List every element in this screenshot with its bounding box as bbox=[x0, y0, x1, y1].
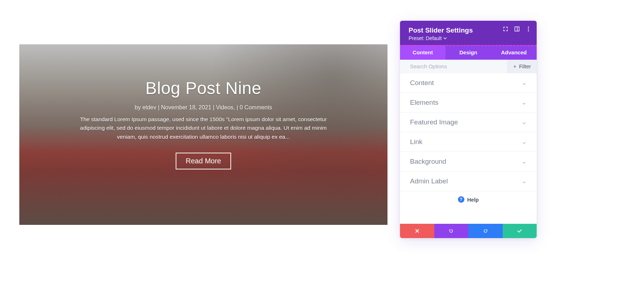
preset-selector[interactable]: Preset: Default bbox=[409, 35, 447, 41]
search-input[interactable] bbox=[400, 60, 507, 73]
more-menu-icon[interactable] bbox=[525, 26, 532, 32]
close-icon bbox=[414, 228, 420, 234]
section-elements[interactable]: Elements bbox=[400, 93, 537, 113]
undo-icon bbox=[448, 228, 454, 234]
chevron-down-icon bbox=[522, 139, 527, 144]
panel-tabs: Content Design Advanced bbox=[400, 45, 537, 60]
section-label: Link bbox=[410, 138, 423, 146]
section-admin-label[interactable]: Admin Label bbox=[400, 172, 537, 191]
preset-label: Preset: Default bbox=[409, 35, 442, 41]
chevron-down-icon bbox=[522, 159, 527, 164]
panel-footer bbox=[400, 224, 537, 238]
svg-point-2 bbox=[528, 30, 529, 31]
redo-icon bbox=[483, 228, 488, 234]
section-label: Featured Image bbox=[410, 118, 458, 126]
chevron-down-icon bbox=[443, 36, 447, 40]
panel-header: Post Slider Settings Preset: Default bbox=[400, 21, 537, 45]
help-row[interactable]: ? Help bbox=[400, 191, 537, 208]
section-list: Content Elements Featured Image Link Bac… bbox=[400, 73, 537, 224]
redo-button[interactable] bbox=[468, 224, 503, 238]
filter-button[interactable]: Filter bbox=[507, 60, 537, 73]
tab-design[interactable]: Design bbox=[445, 45, 491, 60]
chevron-down-icon bbox=[522, 179, 527, 184]
tab-advanced[interactable]: Advanced bbox=[491, 45, 537, 60]
snap-panel-icon[interactable] bbox=[514, 26, 520, 32]
section-label: Elements bbox=[410, 99, 438, 107]
expand-icon[interactable] bbox=[502, 26, 509, 32]
help-label: Help bbox=[467, 197, 479, 203]
section-featured-image[interactable]: Featured Image bbox=[400, 113, 537, 132]
cancel-button[interactable] bbox=[400, 224, 434, 238]
settings-panel: Post Slider Settings Preset: Default Con… bbox=[400, 21, 537, 238]
tab-content[interactable]: Content bbox=[400, 45, 445, 60]
chevron-down-icon bbox=[522, 100, 527, 105]
slide-content: Blog Post Nine by etdev | November 18, 2… bbox=[60, 78, 347, 169]
section-label: Background bbox=[410, 158, 446, 166]
slide-title: Blog Post Nine bbox=[71, 78, 336, 98]
section-content[interactable]: Content bbox=[400, 73, 537, 93]
chevron-down-icon bbox=[522, 120, 527, 125]
filter-label: Filter bbox=[519, 63, 531, 69]
slide-meta: by etdev | November 18, 2021 | Videos, |… bbox=[71, 104, 336, 111]
save-button[interactable] bbox=[503, 224, 537, 238]
section-label: Admin Label bbox=[410, 177, 448, 185]
svg-point-1 bbox=[528, 29, 529, 30]
check-icon bbox=[517, 228, 522, 234]
slide-excerpt: The standard Lorem Ipsum passage, used s… bbox=[71, 115, 336, 141]
help-icon: ? bbox=[458, 196, 464, 203]
plus-icon bbox=[513, 64, 517, 69]
post-slider-preview: Blog Post Nine by etdev | November 18, 2… bbox=[19, 44, 387, 225]
section-link[interactable]: Link bbox=[400, 132, 537, 152]
section-label: Content bbox=[410, 79, 434, 87]
svg-point-0 bbox=[528, 26, 529, 28]
panel-header-actions bbox=[502, 26, 532, 32]
read-more-button[interactable]: Read More bbox=[176, 153, 231, 169]
section-background[interactable]: Background bbox=[400, 152, 537, 172]
undo-button[interactable] bbox=[434, 224, 469, 238]
chevron-down-icon bbox=[522, 80, 527, 85]
search-row: Filter bbox=[400, 60, 537, 73]
